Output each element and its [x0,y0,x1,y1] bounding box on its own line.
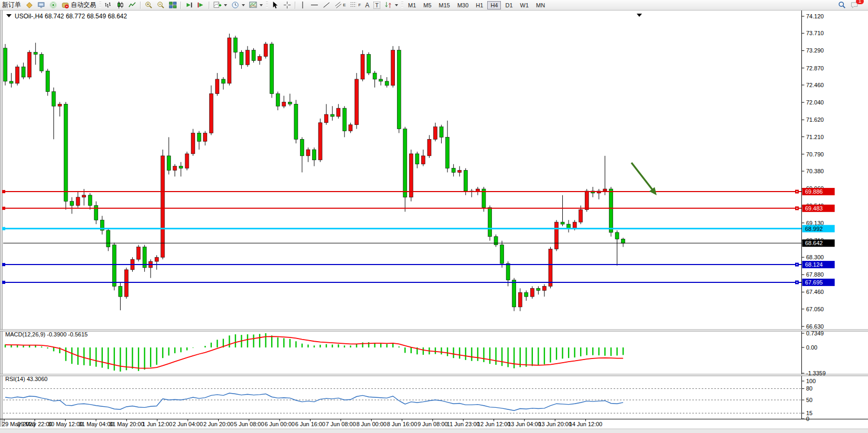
candle-bearish [288,102,292,104]
label-button[interactable]: T [371,1,382,9]
fibonacci-button[interactable]: F [348,1,363,9]
candle-bullish [216,79,219,94]
toolbar-separator [209,2,210,9]
macd-label: MACD(12,26,9) -0.3900 -0.5615 [5,331,88,337]
timeframe-m15[interactable]: M15 [436,1,453,9]
line-handle[interactable] [2,190,5,193]
zoom-in-button[interactable] [143,1,155,9]
candlestick-chart-button[interactable] [114,1,126,9]
candle-bullish [579,209,583,222]
notifications-button[interactable]: 1 [848,1,861,9]
vertical-line-button[interactable] [297,1,308,9]
price-tick-label: 67.460 [806,289,824,295]
horizontal-line-button[interactable] [308,1,320,9]
charts-icon[interactable] [23,1,35,9]
auto-scroll-button[interactable] [183,1,195,9]
candle-bearish [367,55,371,73]
periods-button[interactable] [229,1,247,9]
dropdown-arrow-icon [224,4,227,6]
price-line-label: 69.483 [805,205,823,212]
separator-fill [0,330,868,331]
new-order-button[interactable]: 新订单 [0,1,23,9]
line-chart-icon [128,1,136,9]
candle-bullish [306,150,310,156]
zoom-out-button[interactable] [155,1,167,9]
trendline-icon [323,1,330,9]
candle-bullish [355,79,358,125]
candle-bearish [500,245,504,264]
toolbar-separator [140,2,141,9]
timeframe-mn[interactable]: MN [533,1,548,9]
arrows-tool-icon [384,1,392,9]
timeframe-w1[interactable]: W1 [517,1,532,9]
candle-bearish [40,55,44,71]
timeframe-h1[interactable]: H1 [473,1,486,9]
candle-bullish [585,191,588,210]
tile-windows-icon [169,1,177,9]
candle-bearish [452,168,455,173]
candle-bearish [64,104,68,201]
indicators-button[interactable] [211,1,229,9]
candle-bullish [391,50,395,86]
timeframe-d1[interactable]: D1 [502,1,516,9]
trendline-button[interactable] [320,1,333,9]
arrows-button[interactable] [382,1,400,9]
candle-bearish [276,94,280,107]
candle-bullish [518,292,522,307]
timeframe-buttons: M1M5M15M30H1H4D1W1MN [404,1,549,9]
chart-shift-button[interactable] [195,1,207,9]
candle-bearish [252,50,255,61]
pane-separator[interactable] [0,374,868,376]
candle-bearish [240,52,243,65]
candle-bearish [488,208,492,237]
timeframe-m30[interactable]: M30 [454,1,471,9]
horizontal-line-icon [310,1,318,9]
candle-bullish [246,50,250,65]
timeframe-h4[interactable]: H4 [487,1,501,9]
candle-bearish [379,79,383,81]
cursor-button[interactable] [269,1,281,9]
candle-bullish [421,156,425,164]
trading-chart[interactable]: USOil-,H4 68.742 68.772 68.549 68.64274.… [0,0,868,433]
signals-icon[interactable] [47,1,59,9]
candle-bullish [409,154,413,197]
line-handle-center [797,191,798,192]
text-button[interactable]: A [363,1,371,9]
equidistant-channel-button[interactable]: E [333,1,348,9]
pane-separator[interactable] [0,330,868,331]
candle-bearish [313,150,316,160]
candle-bullish [28,52,31,77]
auto-trading-button[interactable]: 自动交易 [59,1,98,9]
candle-bullish [191,133,195,153]
rsi-tick-label: 50 [806,397,812,403]
notification-badge: 1 [856,0,864,4]
price-tick-label: 70.380 [806,168,824,174]
tile-windows-button[interactable] [167,1,179,9]
candle-bearish [88,195,92,206]
price-tick-label: 67.880 [806,271,824,278]
price-line-label: 68.992 [805,226,823,232]
line-handle[interactable] [2,263,5,266]
dropdown-arrow-icon [242,4,245,6]
fibonacci-icon [350,1,357,9]
line-handle[interactable] [2,227,5,230]
line-handle[interactable] [2,207,5,210]
macd-tick-label: 0.00 [806,344,817,351]
time-tick-label: 29 May 22:00 [17,421,52,427]
bar-chart-button[interactable] [102,1,114,9]
candle-bearish [112,245,116,287]
line-handle[interactable] [2,281,5,284]
timeframe-m1[interactable]: M1 [405,1,419,9]
price-tick-label: 67.050 [806,306,824,312]
candle-bearish [233,38,237,52]
channel-letter: E [343,3,346,7]
line-chart-button[interactable] [126,1,138,9]
search-button[interactable] [836,1,848,9]
price-tick-label: 72.040 [806,99,824,105]
templates-button[interactable] [247,1,265,9]
timeframe-m5[interactable]: M5 [420,1,434,9]
crosshair-button[interactable] [281,1,293,9]
market-watch-icon[interactable] [35,1,47,9]
text-tool-letter: A [365,2,369,9]
candle-bullish [209,94,213,133]
